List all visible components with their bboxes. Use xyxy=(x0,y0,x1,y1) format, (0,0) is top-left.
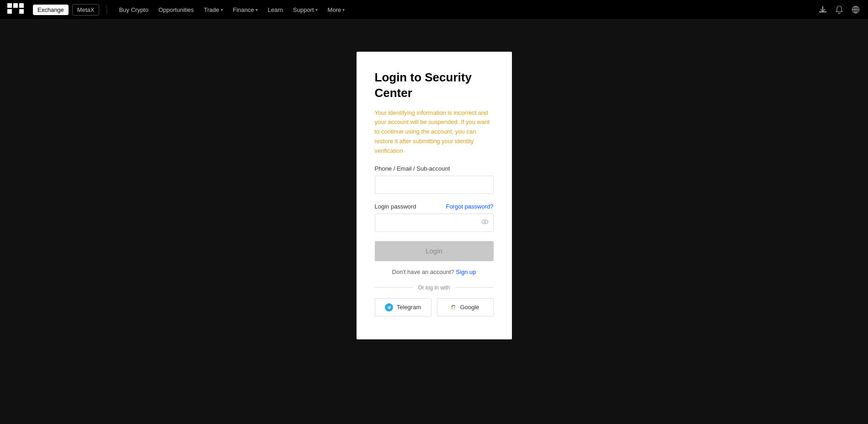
chevron-down-icon: ▾ xyxy=(342,7,345,12)
social-divider: Or log in with xyxy=(375,284,494,291)
nav-trade[interactable]: Trade ▾ xyxy=(199,5,227,15)
nav-more[interactable]: More ▾ xyxy=(323,5,350,15)
nav-support[interactable]: Support ▾ xyxy=(288,5,322,15)
chevron-down-icon: ▾ xyxy=(221,7,223,12)
logo[interactable] xyxy=(7,3,24,16)
main-content: Login to Security Center Your identifyin… xyxy=(0,20,868,424)
eye-icon[interactable] xyxy=(481,218,489,228)
svg-point-12 xyxy=(482,220,488,223)
nav-divider xyxy=(107,5,107,14)
phone-label: Phone / Email / Sub-account xyxy=(375,165,494,172)
forgot-password-link[interactable]: Forgot password? xyxy=(446,203,493,210)
google-label: Google xyxy=(460,304,479,311)
phone-input[interactable] xyxy=(375,176,494,194)
phone-field-group: Phone / Email / Sub-account xyxy=(375,165,494,194)
or-login-text: Or log in with xyxy=(418,284,450,291)
svg-rect-4 xyxy=(19,9,24,14)
nav-buy-crypto[interactable]: Buy Crypto xyxy=(114,5,153,15)
chevron-down-icon: ▾ xyxy=(256,7,258,12)
google-icon: G xyxy=(451,303,457,311)
nav-links: Buy Crypto Opportunities Trade ▾ Finance… xyxy=(114,5,814,15)
svg-rect-7 xyxy=(822,6,823,11)
svg-point-13 xyxy=(484,221,486,223)
phone-input-wrapper xyxy=(375,176,494,194)
warning-text: Your identifying information is incorrec… xyxy=(375,108,494,156)
globe-icon[interactable] xyxy=(851,5,861,15)
telegram-icon xyxy=(385,303,393,311)
nav-learn[interactable]: Learn xyxy=(263,5,288,15)
login-title: Login to Security Center xyxy=(375,70,494,101)
social-buttons: Telegram G Google xyxy=(375,298,494,317)
password-label-row: Login password Forgot password? xyxy=(375,203,494,210)
nav-finance[interactable]: Finance ▾ xyxy=(229,5,262,15)
google-button[interactable]: G Google xyxy=(437,298,494,317)
password-input[interactable] xyxy=(375,214,494,232)
telegram-label: Telegram xyxy=(397,304,421,311)
svg-rect-1 xyxy=(13,3,18,8)
password-input-wrapper xyxy=(375,214,494,232)
signup-row: Don't have an account? Sign up xyxy=(375,268,494,275)
bell-icon[interactable] xyxy=(834,5,844,15)
svg-rect-0 xyxy=(7,3,12,8)
svg-rect-3 xyxy=(7,9,12,14)
tab-exchange[interactable]: Exchange xyxy=(33,5,69,15)
divider-line-left xyxy=(375,287,414,288)
tab-metax[interactable]: MetaX xyxy=(72,4,100,16)
chevron-down-icon: ▾ xyxy=(315,7,318,12)
login-button[interactable]: Login xyxy=(375,241,494,261)
password-field-group: Login password Forgot password? xyxy=(375,203,494,232)
navbar: Exchange MetaX Buy Crypto Opportunities … xyxy=(0,0,868,20)
telegram-button[interactable]: Telegram xyxy=(375,298,431,317)
download-icon[interactable] xyxy=(818,5,828,15)
signup-link[interactable]: Sign up xyxy=(456,268,476,275)
svg-rect-2 xyxy=(19,3,24,8)
login-card: Login to Security Center Your identifyin… xyxy=(357,52,512,339)
svg-rect-5 xyxy=(13,9,18,14)
navbar-right xyxy=(818,5,861,15)
nav-opportunities[interactable]: Opportunities xyxy=(154,5,198,15)
divider-line-right xyxy=(455,287,494,288)
